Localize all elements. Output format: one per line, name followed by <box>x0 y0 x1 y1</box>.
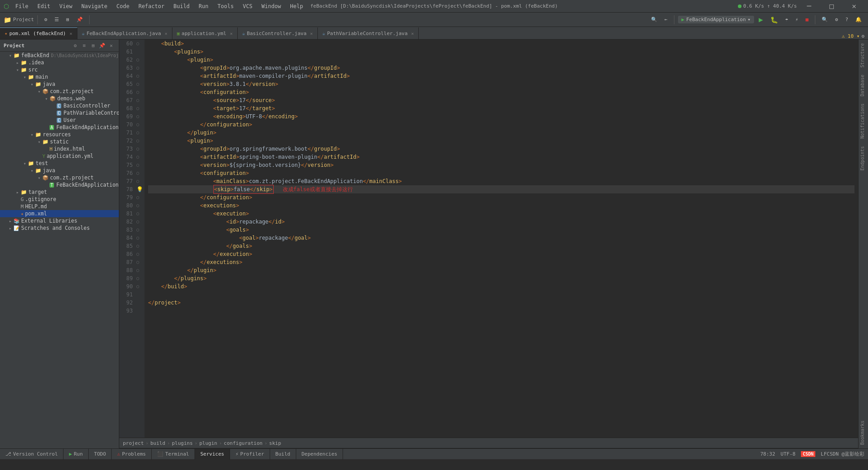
minimize-button[interactable]: ─ <box>799 0 819 13</box>
run-configuration[interactable]: ▶ FeBackEndApplication ▾ <box>678 16 755 23</box>
sidebar-toolbar: ⚙ ≡ ⊞ 📌 ✕ <box>71 41 115 49</box>
toolbar-back-btn[interactable]: ← <box>662 16 670 23</box>
menu-refactor[interactable]: Refactor <box>136 2 167 10</box>
tree-item-scratches[interactable]: ▸ 📝 Scratches and Consoles <box>0 224 119 232</box>
toolbar-help-btn[interactable]: ? <box>842 16 851 23</box>
toolbar-settings-btn[interactable]: ⚙ <box>41 16 50 23</box>
tree-item-pom-xml[interactable]: ✦ pom.xml <box>0 210 119 217</box>
menu-view[interactable]: View <box>57 2 75 10</box>
tree-item-febackendapplication[interactable]: A FeBackEndApplication <box>0 124 119 131</box>
right-tab-structure[interactable]: Structure <box>859 40 868 71</box>
menu-tools[interactable]: Tools <box>215 2 236 10</box>
toolbar-settings2-btn[interactable]: ⚙ <box>832 16 841 23</box>
tab-close-febackendapp[interactable]: ✕ <box>165 31 167 36</box>
menu-run[interactable]: Run <box>196 2 211 10</box>
tree-item-com-zt-project-test[interactable]: ▾ 📦 com.zt.project <box>0 174 119 181</box>
menu-vcs[interactable]: VCS <box>240 2 255 10</box>
tree-item-external-libraries[interactable]: ▸ 📚 External Libraries <box>0 217 119 224</box>
network-indicator <box>738 4 741 8</box>
bottom-tab-problems[interactable]: ⚠ Problems <box>112 449 152 460</box>
tree-item-febackend[interactable]: ▾ 📁 feBackEnd D:\BaiduSyncdisk\IdeaProje… <box>0 52 119 59</box>
sidebar-pin-btn[interactable]: 📌 <box>98 41 106 49</box>
run-button[interactable]: ▶ <box>756 14 766 25</box>
tab-close-pathvariable[interactable]: ✕ <box>411 31 414 36</box>
close-button[interactable]: ✕ <box>844 0 864 13</box>
sidebar-layout-btn[interactable]: ⊞ <box>89 41 97 49</box>
tree-item-static[interactable]: ▾ 📁 static <box>0 138 119 145</box>
bottom-tab-dependencies[interactable]: Dependencies <box>296 449 343 460</box>
breadcrumb-build[interactable]: build <box>150 440 165 446</box>
sidebar-settings-btn[interactable]: ⚙ <box>71 41 79 49</box>
tab-close-basiccontroller[interactable]: ✕ <box>310 31 313 36</box>
right-tab-database[interactable]: Database <box>859 71 868 100</box>
tab-pom-xml[interactable]: ✦ pom.xml (feBackEnd) ✕ <box>0 27 77 39</box>
right-tab-notifications[interactable]: Notifications <box>859 100 868 142</box>
breadcrumb-project[interactable]: project <box>123 440 144 446</box>
csdn-logo: CSDN <box>801 451 815 457</box>
tree-item-basiccontroller[interactable]: C BasicController <box>0 102 119 109</box>
tree-item-help[interactable]: M HELP.md <box>0 203 119 210</box>
breadcrumb-plugin[interactable]: plugin <box>199 440 217 446</box>
toolbar-list-btn[interactable]: ☰ <box>52 16 62 23</box>
lf-encoding[interactable]: UTF-8 <box>781 451 796 457</box>
menu-edit[interactable]: Edit <box>35 2 53 10</box>
tree-item-applicationyml[interactable]: Y application.yml <box>0 152 119 160</box>
code-line-86: </execution> <box>148 250 854 258</box>
cursor-position[interactable]: 78:32 <box>760 451 775 457</box>
tree-item-target[interactable]: ▸ 📁 target <box>0 188 119 196</box>
code-editor[interactable]: <build> <plugins> <plugin> <groupId>org.… <box>145 40 858 438</box>
tree-item-java[interactable]: ▾ 📁 java <box>0 81 119 88</box>
tree-item-src[interactable]: ▾ 📁 src <box>0 66 119 73</box>
toolbar-search2-btn[interactable]: 🔍 <box>819 16 831 23</box>
tab-application-yml[interactable]: ▣ application.yml ✕ <box>172 27 238 39</box>
tree-item-java-test[interactable]: ▾ 📁 java <box>0 167 119 174</box>
tree-item-pathvariablecontroller[interactable]: C PathVariableController <box>0 109 119 116</box>
maximize-button[interactable]: □ <box>821 0 842 13</box>
tab-febackendapp[interactable]: ☕ FeBackEndApplication.java ✕ <box>77 27 172 39</box>
tree-item-test[interactable]: ▾ 📁 test <box>0 160 119 167</box>
tree-item-resources[interactable]: ▾ 📁 resources <box>0 131 119 138</box>
breadcrumb-skip[interactable]: skip <box>269 440 281 446</box>
coverage-button[interactable]: ☂ <box>782 16 791 23</box>
bottom-tab-todo[interactable]: TODO <box>89 449 112 460</box>
tree-item-com-zt-project[interactable]: ▾ 📦 com.zt.project <box>0 88 119 95</box>
toolbar-layout-btn[interactable]: ⊞ <box>63 16 72 23</box>
tab-close-pom[interactable]: ✕ <box>69 31 72 36</box>
tab-pathvariablecontroller[interactable]: ☕ PathVariableController.java ✕ <box>318 27 419 39</box>
code-line-80: <executions> <box>148 201 854 210</box>
tree-item-febackendapplicationtests[interactable]: T FeBackEndApplicationTests <box>0 181 119 188</box>
breadcrumb-plugins[interactable]: plugins <box>172 440 193 446</box>
sidebar-expand-btn[interactable]: ≡ <box>80 41 88 49</box>
tree-item-demos-web[interactable]: ▾ 📦 demos.web <box>0 95 119 102</box>
bottom-tab-services[interactable]: Services <box>195 449 230 460</box>
profile-button[interactable]: ⚡ <box>793 16 801 23</box>
menu-navigate[interactable]: Navigate <box>79 2 110 10</box>
sidebar-close-btn[interactable]: ✕ <box>107 41 115 49</box>
bottom-tab-run[interactable]: ▶ Run <box>63 449 89 460</box>
tree-item-idea[interactable]: ▸ 📁 .idea <box>0 59 119 66</box>
right-tab-endpoints[interactable]: Endpoints <box>859 143 868 174</box>
bottom-tab-version-control[interactable]: ⎇ Version Control <box>0 449 63 460</box>
debug-button[interactable]: 🐛 <box>768 15 781 24</box>
tab-basiccontroller[interactable]: ☕ BasicController.java ✕ <box>238 27 318 39</box>
menu-file[interactable]: File <box>13 2 31 10</box>
toolbar-notification-btn[interactable]: 🔔 <box>853 16 864 23</box>
tree-item-indexhtml[interactable]: H index.html <box>0 145 119 152</box>
menu-help[interactable]: Help <box>287 2 306 10</box>
tab-close-yml[interactable]: ✕ <box>230 31 233 36</box>
right-tab-bookmarks[interactable]: Bookmarks <box>859 417 868 448</box>
toolbar-pin-btn[interactable]: 📌 <box>74 16 86 23</box>
tree-item-user[interactable]: C User <box>0 116 119 124</box>
bottom-tab-profiler[interactable]: ⚡ Profiler <box>230 449 270 460</box>
menu-build[interactable]: Build <box>171 2 192 10</box>
bottom-tab-build[interactable]: Build <box>270 449 296 460</box>
bottom-tab-terminal[interactable]: ⬛ Terminal <box>152 449 195 460</box>
menu-code[interactable]: Code <box>114 2 132 10</box>
tree-item-gitignore[interactable]: G .gitignore <box>0 196 119 203</box>
tab-settings-btn[interactable]: ⚙ <box>861 33 864 39</box>
breadcrumb-configuration[interactable]: configuration <box>224 440 262 446</box>
tree-item-main[interactable]: ▾ 📁 main <box>0 73 119 81</box>
stop-button[interactable]: ■ <box>803 16 811 23</box>
menu-window[interactable]: Window <box>259 2 284 10</box>
toolbar-search-btn[interactable]: 🔍 <box>648 16 660 23</box>
